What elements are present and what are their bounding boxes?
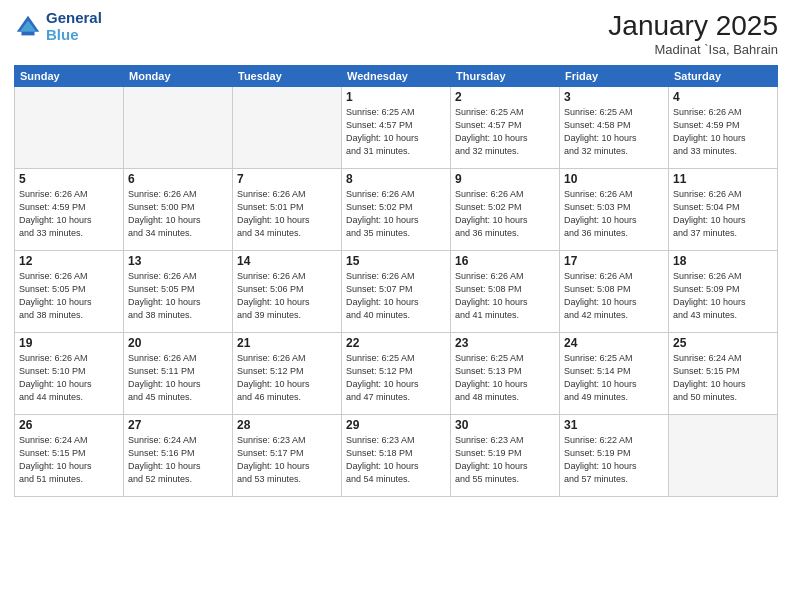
weekday-header-tuesday: Tuesday bbox=[233, 66, 342, 87]
calendar-cell: 11Sunrise: 6:26 AM Sunset: 5:04 PM Dayli… bbox=[669, 169, 778, 251]
day-number: 2 bbox=[455, 90, 555, 104]
day-number: 31 bbox=[564, 418, 664, 432]
calendar-cell: 13Sunrise: 6:26 AM Sunset: 5:05 PM Dayli… bbox=[124, 251, 233, 333]
calendar-cell: 25Sunrise: 6:24 AM Sunset: 5:15 PM Dayli… bbox=[669, 333, 778, 415]
day-number: 17 bbox=[564, 254, 664, 268]
day-info: Sunrise: 6:25 AM Sunset: 4:57 PM Dayligh… bbox=[346, 106, 446, 158]
day-info: Sunrise: 6:23 AM Sunset: 5:19 PM Dayligh… bbox=[455, 434, 555, 486]
weekday-header-friday: Friday bbox=[560, 66, 669, 87]
month-title: January 2025 bbox=[608, 10, 778, 42]
logo-text: General Blue bbox=[46, 10, 102, 43]
day-number: 4 bbox=[673, 90, 773, 104]
day-number: 25 bbox=[673, 336, 773, 350]
page: General Blue January 2025 Madinat `Isa, … bbox=[0, 0, 792, 612]
day-info: Sunrise: 6:24 AM Sunset: 5:15 PM Dayligh… bbox=[19, 434, 119, 486]
day-number: 30 bbox=[455, 418, 555, 432]
weekday-header-sunday: Sunday bbox=[15, 66, 124, 87]
day-info: Sunrise: 6:24 AM Sunset: 5:16 PM Dayligh… bbox=[128, 434, 228, 486]
calendar-cell: 21Sunrise: 6:26 AM Sunset: 5:12 PM Dayli… bbox=[233, 333, 342, 415]
day-info: Sunrise: 6:26 AM Sunset: 5:05 PM Dayligh… bbox=[128, 270, 228, 322]
calendar-cell: 30Sunrise: 6:23 AM Sunset: 5:19 PM Dayli… bbox=[451, 415, 560, 497]
weekday-header-wednesday: Wednesday bbox=[342, 66, 451, 87]
day-info: Sunrise: 6:24 AM Sunset: 5:15 PM Dayligh… bbox=[673, 352, 773, 404]
calendar-cell: 7Sunrise: 6:26 AM Sunset: 5:01 PM Daylig… bbox=[233, 169, 342, 251]
day-info: Sunrise: 6:26 AM Sunset: 5:09 PM Dayligh… bbox=[673, 270, 773, 322]
day-number: 11 bbox=[673, 172, 773, 186]
day-info: Sunrise: 6:26 AM Sunset: 5:11 PM Dayligh… bbox=[128, 352, 228, 404]
day-info: Sunrise: 6:26 AM Sunset: 5:04 PM Dayligh… bbox=[673, 188, 773, 240]
day-number: 19 bbox=[19, 336, 119, 350]
calendar-cell: 31Sunrise: 6:22 AM Sunset: 5:19 PM Dayli… bbox=[560, 415, 669, 497]
day-number: 22 bbox=[346, 336, 446, 350]
calendar-cell bbox=[15, 87, 124, 169]
day-number: 28 bbox=[237, 418, 337, 432]
day-number: 21 bbox=[237, 336, 337, 350]
calendar-cell: 19Sunrise: 6:26 AM Sunset: 5:10 PM Dayli… bbox=[15, 333, 124, 415]
calendar-cell: 3Sunrise: 6:25 AM Sunset: 4:58 PM Daylig… bbox=[560, 87, 669, 169]
calendar-cell: 26Sunrise: 6:24 AM Sunset: 5:15 PM Dayli… bbox=[15, 415, 124, 497]
day-info: Sunrise: 6:26 AM Sunset: 5:12 PM Dayligh… bbox=[237, 352, 337, 404]
day-info: Sunrise: 6:26 AM Sunset: 5:00 PM Dayligh… bbox=[128, 188, 228, 240]
day-info: Sunrise: 6:25 AM Sunset: 4:57 PM Dayligh… bbox=[455, 106, 555, 158]
day-info: Sunrise: 6:26 AM Sunset: 5:05 PM Dayligh… bbox=[19, 270, 119, 322]
calendar-cell: 18Sunrise: 6:26 AM Sunset: 5:09 PM Dayli… bbox=[669, 251, 778, 333]
day-info: Sunrise: 6:23 AM Sunset: 5:17 PM Dayligh… bbox=[237, 434, 337, 486]
title-block: January 2025 Madinat `Isa, Bahrain bbox=[608, 10, 778, 57]
calendar-cell: 20Sunrise: 6:26 AM Sunset: 5:11 PM Dayli… bbox=[124, 333, 233, 415]
calendar-cell: 1Sunrise: 6:25 AM Sunset: 4:57 PM Daylig… bbox=[342, 87, 451, 169]
calendar-cell: 29Sunrise: 6:23 AM Sunset: 5:18 PM Dayli… bbox=[342, 415, 451, 497]
calendar-cell: 17Sunrise: 6:26 AM Sunset: 5:08 PM Dayli… bbox=[560, 251, 669, 333]
day-number: 1 bbox=[346, 90, 446, 104]
calendar-table: SundayMondayTuesdayWednesdayThursdayFrid… bbox=[14, 65, 778, 497]
calendar-cell: 24Sunrise: 6:25 AM Sunset: 5:14 PM Dayli… bbox=[560, 333, 669, 415]
day-info: Sunrise: 6:26 AM Sunset: 5:10 PM Dayligh… bbox=[19, 352, 119, 404]
day-info: Sunrise: 6:25 AM Sunset: 5:14 PM Dayligh… bbox=[564, 352, 664, 404]
day-number: 14 bbox=[237, 254, 337, 268]
day-number: 3 bbox=[564, 90, 664, 104]
day-info: Sunrise: 6:25 AM Sunset: 4:58 PM Dayligh… bbox=[564, 106, 664, 158]
day-number: 10 bbox=[564, 172, 664, 186]
calendar-cell: 23Sunrise: 6:25 AM Sunset: 5:13 PM Dayli… bbox=[451, 333, 560, 415]
svg-rect-2 bbox=[21, 31, 34, 35]
day-number: 24 bbox=[564, 336, 664, 350]
day-info: Sunrise: 6:26 AM Sunset: 5:08 PM Dayligh… bbox=[455, 270, 555, 322]
day-info: Sunrise: 6:26 AM Sunset: 4:59 PM Dayligh… bbox=[673, 106, 773, 158]
weekday-header-thursday: Thursday bbox=[451, 66, 560, 87]
logo-icon bbox=[14, 13, 42, 41]
day-info: Sunrise: 6:25 AM Sunset: 5:13 PM Dayligh… bbox=[455, 352, 555, 404]
calendar-cell bbox=[669, 415, 778, 497]
calendar-cell: 6Sunrise: 6:26 AM Sunset: 5:00 PM Daylig… bbox=[124, 169, 233, 251]
calendar-cell bbox=[124, 87, 233, 169]
calendar-cell: 4Sunrise: 6:26 AM Sunset: 4:59 PM Daylig… bbox=[669, 87, 778, 169]
calendar-cell: 12Sunrise: 6:26 AM Sunset: 5:05 PM Dayli… bbox=[15, 251, 124, 333]
day-number: 16 bbox=[455, 254, 555, 268]
calendar-header-row: SundayMondayTuesdayWednesdayThursdayFrid… bbox=[15, 66, 778, 87]
weekday-header-monday: Monday bbox=[124, 66, 233, 87]
day-number: 29 bbox=[346, 418, 446, 432]
calendar-cell: 28Sunrise: 6:23 AM Sunset: 5:17 PM Dayli… bbox=[233, 415, 342, 497]
calendar-cell: 15Sunrise: 6:26 AM Sunset: 5:07 PM Dayli… bbox=[342, 251, 451, 333]
calendar-cell: 22Sunrise: 6:25 AM Sunset: 5:12 PM Dayli… bbox=[342, 333, 451, 415]
logo: General Blue bbox=[14, 10, 102, 43]
day-info: Sunrise: 6:26 AM Sunset: 5:02 PM Dayligh… bbox=[455, 188, 555, 240]
calendar-cell: 8Sunrise: 6:26 AM Sunset: 5:02 PM Daylig… bbox=[342, 169, 451, 251]
day-info: Sunrise: 6:26 AM Sunset: 5:07 PM Dayligh… bbox=[346, 270, 446, 322]
day-info: Sunrise: 6:26 AM Sunset: 5:02 PM Dayligh… bbox=[346, 188, 446, 240]
calendar-week-2: 5Sunrise: 6:26 AM Sunset: 4:59 PM Daylig… bbox=[15, 169, 778, 251]
calendar-week-3: 12Sunrise: 6:26 AM Sunset: 5:05 PM Dayli… bbox=[15, 251, 778, 333]
header: General Blue January 2025 Madinat `Isa, … bbox=[14, 10, 778, 57]
day-number: 18 bbox=[673, 254, 773, 268]
day-number: 12 bbox=[19, 254, 119, 268]
day-number: 9 bbox=[455, 172, 555, 186]
day-number: 5 bbox=[19, 172, 119, 186]
location: Madinat `Isa, Bahrain bbox=[608, 42, 778, 57]
day-number: 6 bbox=[128, 172, 228, 186]
day-info: Sunrise: 6:26 AM Sunset: 5:08 PM Dayligh… bbox=[564, 270, 664, 322]
day-info: Sunrise: 6:26 AM Sunset: 4:59 PM Dayligh… bbox=[19, 188, 119, 240]
day-info: Sunrise: 6:26 AM Sunset: 5:01 PM Dayligh… bbox=[237, 188, 337, 240]
calendar-week-1: 1Sunrise: 6:25 AM Sunset: 4:57 PM Daylig… bbox=[15, 87, 778, 169]
day-number: 20 bbox=[128, 336, 228, 350]
day-info: Sunrise: 6:23 AM Sunset: 5:18 PM Dayligh… bbox=[346, 434, 446, 486]
day-number: 8 bbox=[346, 172, 446, 186]
day-info: Sunrise: 6:26 AM Sunset: 5:03 PM Dayligh… bbox=[564, 188, 664, 240]
